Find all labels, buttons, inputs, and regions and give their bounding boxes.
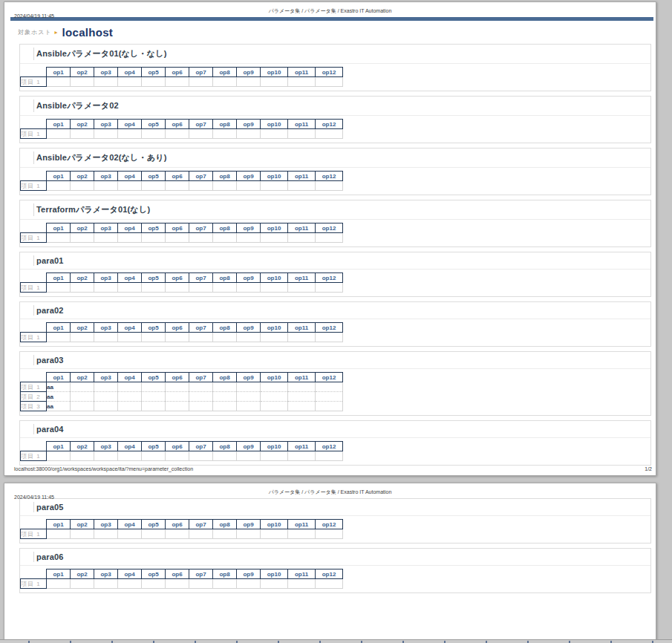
data-cell-op9 [237, 129, 261, 139]
parameter-section: Ansibleパラメータ01(なし・なし) op1op2op3op4op5op6… [19, 44, 651, 91]
data-cell-op6 [166, 233, 189, 243]
column-header-op9: op9 [237, 373, 261, 382]
column-header-op8: op8 [213, 172, 237, 181]
arrow-right-icon: ▸ [55, 29, 58, 36]
data-cell-op8 [213, 451, 237, 461]
row-label-cell: 項目 1 [21, 181, 47, 191]
data-cell-op2 [71, 392, 94, 402]
data-cell-op8 [213, 181, 237, 191]
table-row: 項目 1 [21, 529, 343, 539]
data-cell-op3 [94, 579, 118, 589]
data-cell-op12 [316, 283, 343, 293]
print-document-title: パラメータ集 / パラメータ集 / Exastro IT Automation [4, 7, 656, 15]
column-header-op10: op10 [261, 520, 288, 529]
footer-url: localhost:38000/org1/workspaces/workspac… [14, 466, 193, 471]
data-cell-op10 [261, 283, 288, 293]
column-header-op11: op11 [288, 442, 316, 451]
data-cell-op10 [261, 77, 288, 87]
data-cell-op8 [213, 77, 237, 87]
column-header-op7: op7 [189, 120, 213, 129]
data-cell-op10 [261, 382, 288, 392]
column-header-op10: op10 [261, 569, 288, 579]
parameter-section: para01 op1op2op3op4op5op6op7op8op9op10op… [19, 252, 651, 297]
data-cell-op2 [71, 283, 94, 293]
column-header-op7: op7 [189, 68, 213, 77]
column-header-op3: op3 [94, 68, 118, 77]
column-header-op7: op7 [189, 273, 213, 283]
column-header-op11: op11 [288, 172, 316, 181]
data-cell-op10 [261, 392, 288, 402]
data-cell-op11 [288, 529, 316, 539]
column-header-op8: op8 [213, 520, 237, 529]
table-row: 項目 1 [21, 129, 343, 139]
data-cell-op10 [261, 129, 288, 139]
data-cell-op7 [189, 529, 213, 539]
parameter-section: para06 op1op2op3op4op5op6op7op8op9op10op… [19, 548, 651, 593]
data-cell-op3 [94, 333, 118, 342]
column-header-op7: op7 [189, 569, 213, 579]
corner-cell [21, 373, 47, 382]
data-cell-op1 [47, 233, 71, 243]
data-cell-op7 [189, 382, 213, 392]
parameter-table: op1op2op3op4op5op6op7op8op9op10op11op12 … [20, 67, 343, 87]
section-body: op1op2op3op4op5op6op7op8op9op10op11op12 … [20, 168, 650, 195]
section-title: para02 [20, 302, 650, 319]
parameter-table: op1op2op3op4op5op6op7op8op9op10op11op12 … [20, 569, 343, 589]
section-title: Terraformパラメータ01(なし) [20, 200, 650, 220]
column-header-op1: op1 [47, 120, 71, 129]
data-cell-op12 [316, 333, 343, 342]
column-header-op2: op2 [71, 442, 94, 451]
section-title: Ansibleパラメータ02(なし・あり) [20, 148, 650, 168]
page-number: 1/2 [645, 466, 652, 471]
data-cell-op7 [189, 451, 213, 461]
data-cell-op1: aa [47, 402, 71, 411]
data-cell-op7 [189, 77, 213, 87]
corner-cell [21, 172, 47, 181]
data-cell-op2 [71, 402, 94, 411]
data-cell-op9 [237, 382, 261, 392]
section-body: op1op2op3op4op5op6op7op8op9op10op11op12 … [20, 319, 650, 346]
row-label-cell: 項目 1 [21, 451, 47, 461]
column-header-op12: op12 [316, 68, 343, 77]
data-cell-op2 [71, 451, 94, 461]
parameter-section: para02 op1op2op3op4op5op6op7op8op9op10op… [19, 301, 651, 347]
parameter-table: op1op2op3op4op5op6op7op8op9op10op11op12 … [20, 441, 343, 461]
data-cell-op3 [94, 129, 118, 139]
data-cell-op9 [237, 233, 261, 243]
column-header-op11: op11 [288, 223, 316, 233]
data-cell-op2 [71, 233, 94, 243]
column-header-op9: op9 [237, 120, 261, 129]
table-row: 項目 1 [21, 233, 343, 243]
column-header-op1: op1 [47, 323, 71, 333]
sections-container-page-1: Ansibleパラメータ01(なし・なし) op1op2op3op4op5op6… [4, 39, 656, 466]
data-cell-op12 [316, 529, 343, 539]
column-header-op5: op5 [142, 323, 166, 333]
data-cell-op10 [261, 402, 288, 411]
data-cell-op1 [47, 129, 71, 139]
column-header-op1: op1 [47, 172, 71, 181]
data-cell-op6 [166, 382, 189, 392]
data-cell-op11 [288, 77, 316, 87]
data-cell-op4 [118, 402, 142, 411]
row-label-cell: 項目 1 [21, 233, 47, 243]
column-header-op3: op3 [94, 273, 118, 283]
column-header-op4: op4 [118, 569, 142, 579]
table-row: 項目 1 [21, 181, 343, 191]
column-header-op2: op2 [71, 223, 94, 233]
column-header-op12: op12 [316, 569, 343, 579]
data-cell-op3 [94, 382, 118, 392]
data-cell-op6 [166, 129, 189, 139]
data-cell-op5 [142, 579, 166, 589]
table-row: 項目 1aa [21, 382, 343, 392]
column-header-op7: op7 [189, 323, 213, 333]
data-cell-op2 [71, 181, 94, 191]
column-header-op10: op10 [261, 172, 288, 181]
data-cell-op12 [316, 77, 343, 87]
column-header-op12: op12 [316, 373, 343, 382]
column-header-op3: op3 [94, 442, 118, 451]
column-header-op9: op9 [237, 323, 261, 333]
data-cell-op3 [94, 451, 118, 461]
parameter-section: para04 op1op2op3op4op5op6op7op8op9op10op… [19, 420, 651, 466]
data-cell-op12 [316, 402, 343, 411]
column-header-op3: op3 [94, 373, 118, 382]
